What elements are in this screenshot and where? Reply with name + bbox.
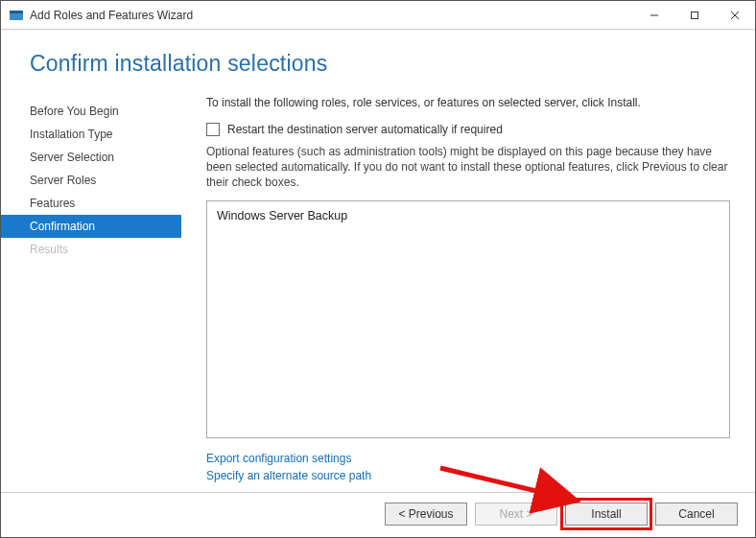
minimize-button[interactable] <box>634 2 674 29</box>
bottom-links: Export configuration settings Specify an… <box>206 450 730 484</box>
footer-button-bar: < Previous Next > Install Cancel <box>1 492 755 537</box>
maximize-button[interactable] <box>674 2 715 29</box>
close-button[interactable] <box>715 2 755 29</box>
window-controls <box>634 2 755 29</box>
sidebar-item-before-you-begin[interactable]: Before You Begin <box>1 100 181 123</box>
sidebar-item-server-roles[interactable]: Server Roles <box>1 169 181 192</box>
header-area: Confirm installation selections <box>1 30 755 82</box>
page-title: Confirm installation selections <box>30 51 726 77</box>
wizard-window: Add Roles and Features Wizard Confirm in… <box>0 0 756 538</box>
selected-features-list[interactable]: Windows Server Backup <box>206 200 730 438</box>
wizard-steps-sidebar: Before You Begin Installation Type Serve… <box>1 82 181 492</box>
sidebar-item-features[interactable]: Features <box>1 192 181 215</box>
alternate-source-link[interactable]: Specify an alternate source path <box>206 467 730 484</box>
install-button[interactable]: Install <box>565 503 648 526</box>
previous-button[interactable]: < Previous <box>385 503 467 526</box>
restart-checkbox-label: Restart the destination server automatic… <box>227 123 503 136</box>
export-configuration-link[interactable]: Export configuration settings <box>206 450 730 467</box>
window-title: Add Roles and Features Wizard <box>30 9 634 22</box>
svg-rect-1 <box>10 11 23 13</box>
app-icon <box>9 8 24 23</box>
sidebar-item-server-selection[interactable]: Server Selection <box>1 146 181 169</box>
content-pane: To install the following roles, role ser… <box>181 82 742 492</box>
sidebar-item-confirmation[interactable]: Confirmation <box>1 215 181 238</box>
list-item: Windows Server Backup <box>217 209 720 222</box>
titlebar: Add Roles and Features Wizard <box>1 1 755 30</box>
restart-checkbox[interactable] <box>206 123 220 136</box>
install-button-highlight-wrap: Install <box>565 503 648 526</box>
cancel-button[interactable]: Cancel <box>655 503 738 526</box>
sidebar-item-results: Results <box>1 238 181 261</box>
svg-rect-3 <box>692 12 698 18</box>
optional-features-note: Optional features (such as administratio… <box>206 144 730 191</box>
instruction-text: To install the following roles, role ser… <box>206 96 730 109</box>
sidebar-item-installation-type[interactable]: Installation Type <box>1 123 181 146</box>
next-button: Next > <box>475 503 557 526</box>
restart-checkbox-row[interactable]: Restart the destination server automatic… <box>206 123 730 136</box>
body-area: Before You Begin Installation Type Serve… <box>1 82 755 492</box>
